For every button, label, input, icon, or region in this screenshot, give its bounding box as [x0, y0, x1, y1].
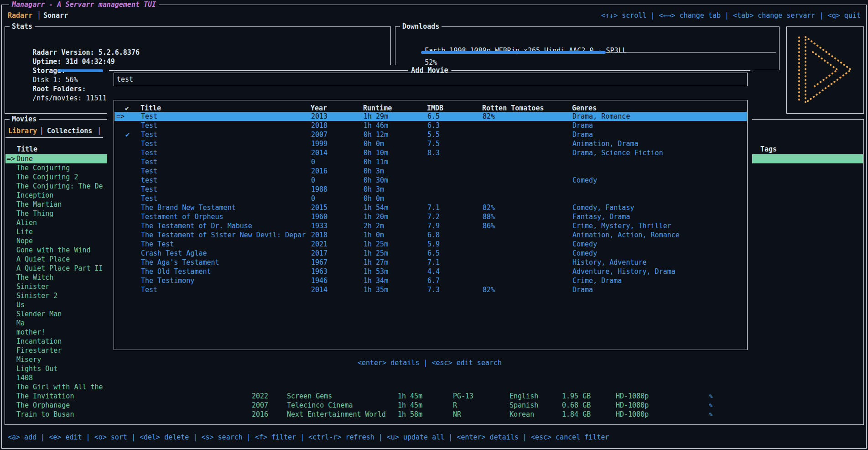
result-imdb: 6.5: [427, 112, 440, 121]
add-movie-result-row[interactable]: Crash Test Aglae20171h 25m6.5Comedy: [114, 249, 747, 258]
movie-runtime: 1h 45m: [398, 392, 422, 401]
add-movie-search: [114, 73, 748, 86]
movie-size: 1.84 GB: [562, 410, 591, 419]
result-runtime: 1h 34m: [364, 276, 388, 285]
add-movie-result-row[interactable]: Test00h 11m: [114, 157, 747, 167]
movie-quality: HD-1080p: [616, 401, 649, 410]
result-runtime: 0h 12m: [364, 130, 388, 139]
result-title: The Testimony: [141, 276, 194, 285]
selection-arrow: =>: [116, 112, 125, 121]
add-movie-result-row[interactable]: test00h 30mComedy: [114, 176, 747, 185]
result-title: Test: [141, 194, 157, 203]
result-year: 2018: [311, 230, 327, 240]
tab-separator: │: [37, 11, 41, 20]
result-title: The Test: [141, 240, 174, 249]
movie-title: Misery: [16, 355, 41, 364]
tab-radarr[interactable]: Radarr: [8, 11, 32, 20]
result-genres: Drama: [572, 121, 593, 130]
result-title: Test: [141, 167, 157, 176]
movie-title: A Quiet Place Part II: [16, 264, 103, 273]
column-header-title: Title: [17, 145, 37, 154]
movie-list-row[interactable]: The Orphanage2007Telecinco Cinema1h 45mR…: [5, 401, 863, 410]
result-year: 2013: [311, 112, 327, 121]
movie-studio: Telecinco Cinema: [287, 401, 353, 410]
downloads-panel: Downloads Earth 1998 1080p WEBRip x265 H…: [395, 26, 780, 70]
result-year: 0: [311, 157, 315, 167]
monitored-icon: ✎: [709, 392, 713, 401]
add-movie-result-row[interactable]: The Old Testament19631h 53m4.4Adventure,…: [114, 267, 747, 276]
movie-title: Alien: [16, 218, 37, 227]
result-title: Test: [141, 157, 157, 167]
add-movie-result-row[interactable]: The Test20211h 25m5.9Comedy: [114, 240, 747, 249]
movie-list-row[interactable]: The Invitation2022Screen Gems1h 45mPG-13…: [5, 392, 863, 401]
add-movie-search-input[interactable]: [116, 73, 744, 85]
add-movie-result-row[interactable]: Test20160h 3m: [114, 167, 747, 176]
result-runtime: 1h 25m: [364, 240, 388, 249]
tab-collections[interactable]: Collections: [47, 126, 92, 136]
result-year: 1960: [311, 212, 327, 221]
disk-usage-fill: [57, 69, 103, 72]
result-genres: Animation, Action, Romance: [572, 230, 680, 240]
add-movie-result-row[interactable]: Test19880h 3m: [114, 185, 747, 194]
result-year: 0: [311, 176, 315, 185]
result-runtime: 1h 46m: [364, 121, 388, 130]
result-imdb: 7.2: [427, 212, 440, 221]
result-title: Test: [141, 112, 157, 121]
result-year: 1963: [311, 267, 327, 276]
movie-list-row[interactable]: Train to Busan2016Next Entertainment Wor…: [5, 410, 863, 419]
movie-title: The Witch: [16, 273, 53, 282]
result-runtime: 1h 29m: [364, 112, 388, 121]
result-imdb: 8.3: [427, 148, 440, 157]
download-progress-fill: [421, 51, 606, 54]
movie-title: The Girl with All the: [16, 382, 103, 392]
result-genres: History, Adventure: [572, 258, 647, 267]
movie-certification: R: [453, 401, 457, 410]
movie-year: 2022: [252, 392, 268, 401]
column-header-check: ✔: [125, 104, 129, 113]
result-year: 2018: [311, 121, 327, 130]
result-rotten-tomatoes: 82%: [483, 285, 495, 294]
add-movie-result-row[interactable]: The Testament of Dr. Mabuse19332h 2m7.98…: [114, 221, 747, 230]
movie-language: English: [509, 392, 538, 401]
add-movie-result-row[interactable]: ✔Test20070h 12m5.5Drama: [114, 130, 747, 139]
result-genres: Comedy: [572, 249, 597, 258]
movie-title: Firestarter: [16, 346, 62, 355]
top-keybind-help: <↑↓> scroll | <←→> change tab | <tab> ch…: [601, 11, 861, 20]
movie-size: 0.68 GB: [562, 401, 591, 410]
add-movie-result-row[interactable]: Test20181h 46m6.3Drama: [114, 121, 747, 130]
result-genres: Crime, Mystery, Thriller: [572, 221, 671, 230]
tab-library[interactable]: Library: [8, 126, 37, 136]
result-genres: Comedy: [572, 176, 597, 185]
result-genres: Drama: [572, 285, 593, 294]
result-runtime: 0h 3m: [364, 167, 384, 176]
result-runtime: 2h 2m: [364, 221, 384, 230]
column-header-year: Year: [311, 104, 327, 113]
column-header-genres: Genres: [572, 104, 597, 113]
add-movie-result-row[interactable]: Test00h 0m: [114, 194, 747, 203]
add-movie-result-row[interactable]: The Brand New Testament20151h 54m7.182%C…: [114, 203, 747, 212]
add-movie-result-row[interactable]: Test19990h 0m7.5Animation, Drama: [114, 139, 747, 148]
add-movie-result-row[interactable]: The Testimony19461h 34m6.7Crime, Drama: [114, 276, 747, 285]
add-movie-result-row[interactable]: Testament of Orpheus19601h 20m7.288%Fant…: [114, 212, 747, 221]
add-movie-result-row[interactable]: The Aga's Testament19671h 27m7.1History,…: [114, 258, 747, 267]
movie-year: 2016: [252, 410, 268, 419]
result-runtime: 1h 0m: [364, 230, 384, 240]
result-imdb: 6.8: [427, 230, 440, 240]
result-title: Testament of Orpheus: [141, 212, 223, 221]
tab-sonarr[interactable]: Sonarr: [43, 11, 68, 20]
result-imdb: 6.3: [427, 121, 440, 130]
result-runtime: 0h 30m: [364, 176, 388, 185]
result-year: 1967: [311, 258, 327, 267]
add-movie-result-row[interactable]: =>Test20131h 29m6.582%Drama, Romance: [114, 112, 747, 121]
result-genres: Fantasy, Drama: [572, 212, 630, 221]
movie-title: The Invitation: [16, 392, 74, 401]
movie-title: Nope: [16, 236, 33, 246]
add-movie-result-row[interactable]: Test20140h 10m8.3Drama, Science Fiction: [114, 148, 747, 157]
add-movie-result-row[interactable]: Test20141h 35m7.382%Drama: [114, 285, 747, 294]
add-movie-result-row[interactable]: The Testament of Sister New Devil: Depar…: [114, 230, 747, 240]
movie-title: Sinister 2: [16, 291, 57, 300]
add-movie-modal: Add Movie ✔ Title Year Runtime IMDB Rott…: [107, 65, 752, 391]
result-genres: Drama: [572, 130, 593, 139]
result-title: Test: [141, 285, 157, 294]
result-title: Test: [141, 121, 157, 130]
